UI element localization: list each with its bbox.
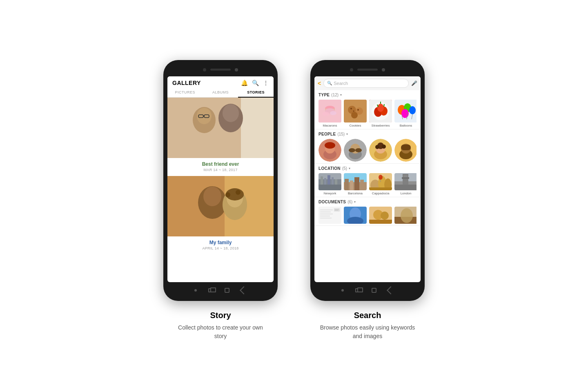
svg-point-18 <box>236 190 241 195</box>
person-item-2[interactable] <box>344 139 367 162</box>
doc-item-2[interactable] <box>344 207 367 224</box>
phone2-caption: Search Browse photos easily using keywor… <box>318 311 416 341</box>
strawberries-label: Strawberries <box>372 124 390 127</box>
documents-items-row <box>318 207 416 224</box>
story-title-1: Best friend ever <box>172 161 269 167</box>
svg-rect-101 <box>334 208 340 212</box>
location-item-london[interactable]: London <box>394 173 416 195</box>
tab-albums[interactable]: ALBUMS <box>203 88 238 97</box>
type-item-strawberries[interactable]: Strawberries <box>369 100 392 127</box>
cookies-img <box>344 100 367 122</box>
notification-icon[interactable]: 🔔 <box>241 80 248 86</box>
svg-rect-94 <box>394 185 416 190</box>
tab-stories[interactable]: STORIES <box>238 88 274 98</box>
location-item-barcelona[interactable]: Barcelona <box>344 173 367 195</box>
person3-img <box>369 139 392 162</box>
person-item-3[interactable] <box>369 139 392 162</box>
barcelona-img <box>344 173 367 190</box>
people-chevron-icon[interactable]: ▾ <box>346 132 348 136</box>
microphone-icon[interactable]: 🎤 <box>411 80 417 86</box>
doc-thumb-1 <box>318 207 341 224</box>
person2-img <box>344 139 367 162</box>
page-container: GALLERY 🔔 🔍 ⋮ PICTURES ALBUMS STORIES <box>0 36 588 357</box>
phone2-camera <box>350 68 353 71</box>
nav-recent-btn[interactable] <box>208 288 213 292</box>
nav-home-btn[interactable] <box>194 289 197 292</box>
svg-line-39 <box>384 104 384 107</box>
svg-point-32 <box>357 109 359 111</box>
phone2-selfie-cam <box>382 68 385 71</box>
svg-rect-79 <box>350 180 353 190</box>
svg-point-31 <box>353 110 354 111</box>
svg-rect-80 <box>354 177 359 190</box>
back-arrow-icon[interactable]: < <box>318 80 321 87</box>
svg-point-12 <box>203 187 221 206</box>
caption2-desc: Browse photos easily using keywords and … <box>318 323 416 341</box>
cappadocia-label: Cappadocia <box>372 192 390 195</box>
location-item-cappadocia[interactable]: Cappadocia <box>369 173 392 195</box>
story-title-2: My family <box>172 240 269 245</box>
gallery-tabs: PICTURES ALBUMS STORIES <box>167 88 274 98</box>
cappadocia-thumb <box>369 173 392 190</box>
phone1-screen: GALLERY 🔔 🔍 ⋮ PICTURES ALBUMS STORIES <box>167 76 274 282</box>
doc-item-4[interactable] <box>394 207 416 224</box>
svg-point-44 <box>409 106 416 114</box>
person-item-4[interactable] <box>394 139 416 162</box>
nav2-recent-btn[interactable] <box>355 288 360 292</box>
newyork-label: Newyork <box>323 192 336 195</box>
svg-rect-81 <box>360 180 364 190</box>
london-label: London <box>401 192 412 195</box>
caption1-title: Story <box>172 311 270 320</box>
type-item-macarons[interactable]: Macarons <box>318 100 341 127</box>
story-date-2: APRIL 14 ~ 18, 2018 <box>172 246 269 250</box>
type-chevron-icon[interactable]: ▾ <box>340 93 342 97</box>
phone2-screen: < 🔍 Search 🎤 TYPE (12) ▾ <box>314 76 421 282</box>
phone2-bottom-bar <box>314 285 421 295</box>
phone2-top-bar <box>314 66 421 74</box>
nav2-back-btn[interactable] <box>387 286 395 294</box>
search-magnifier-icon: 🔍 <box>327 81 332 85</box>
macarons-img <box>318 100 341 122</box>
documents-chevron-icon[interactable]: ▾ <box>354 200 356 204</box>
svg-point-24 <box>322 112 330 116</box>
phone1-camera <box>203 68 206 71</box>
svg-point-17 <box>230 189 236 194</box>
person4-img <box>394 139 416 162</box>
nav2-home-btn[interactable] <box>341 289 344 292</box>
phone1-bottom-bar <box>167 285 274 295</box>
nav-back-btn[interactable] <box>240 286 248 294</box>
story-caption-2: My family APRIL 14 ~ 18, 2018 <box>167 236 274 254</box>
story-card-1[interactable]: Best friend ever MAR 14 ~ 18, 2017 <box>167 98 274 176</box>
phone1-top-bar <box>167 66 274 74</box>
svg-point-19 <box>240 193 244 197</box>
phone1-selfie-cam <box>235 68 238 71</box>
person-item-1[interactable] <box>318 139 341 162</box>
macarons-label: Macarons <box>323 124 337 127</box>
nav-square-btn[interactable] <box>225 288 229 293</box>
story-svg-2 <box>167 176 274 236</box>
more-icon[interactable]: ⋮ <box>263 80 269 86</box>
nav2-square-btn[interactable] <box>372 288 376 293</box>
search-icon[interactable]: 🔍 <box>252 80 259 86</box>
type-item-cookies[interactable]: Cookies <box>344 100 367 127</box>
svg-point-62 <box>375 145 379 149</box>
documents-section-count: (6) <box>347 200 352 204</box>
location-item-newyork[interactable]: Newyork <box>318 173 341 195</box>
doc-item-1[interactable] <box>318 207 341 224</box>
gallery-header: GALLERY 🔔 🔍 ⋮ <box>167 76 274 88</box>
search-box[interactable]: 🔍 Search <box>323 79 409 88</box>
doc3-img <box>369 207 392 224</box>
tab-pictures[interactable]: PICTURES <box>167 88 203 97</box>
documents-section-header: DOCUMENTS (6) ▾ <box>318 200 416 204</box>
doc-item-3[interactable] <box>369 207 392 224</box>
phone1-shell: GALLERY 🔔 🔍 ⋮ PICTURES ALBUMS STORIES <box>163 60 278 301</box>
type-item-balloons[interactable]: Balloons <box>394 100 416 127</box>
location-chevron-icon[interactable]: ▾ <box>349 167 350 170</box>
person1-img <box>318 139 341 162</box>
location-section: LOCATION (5) ▾ <box>314 164 421 197</box>
doc-thumb-2 <box>344 207 367 224</box>
type-section: TYPE (12) ▾ <box>314 90 421 129</box>
svg-rect-78 <box>345 179 349 190</box>
story-card-2[interactable]: My family APRIL 14 ~ 18, 2018 <box>167 176 274 254</box>
phone2-section: < 🔍 Search 🎤 TYPE (12) ▾ <box>310 60 425 341</box>
